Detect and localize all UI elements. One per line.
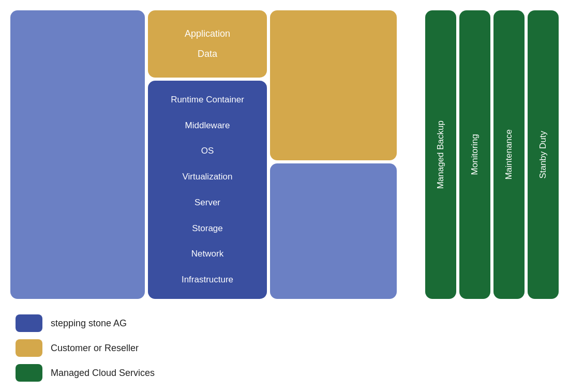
legend-swatch-blue — [16, 314, 42, 332]
col-stack-2: Application Data Runtime Container Middl… — [148, 10, 267, 299]
runtime-container-label: Runtime Container — [153, 95, 262, 105]
legend-swatch-green — [16, 364, 42, 382]
gap-spacer — [400, 10, 422, 299]
managed-backup-label: Managed Backup — [436, 120, 446, 189]
yellow-large-block — [270, 10, 397, 160]
diagram-area: Application Data Runtime Container Middl… — [10, 10, 559, 299]
blue-tall-block: Runtime Container Middleware OS Virtuali… — [148, 81, 267, 299]
yellow-top-block: Application Data — [148, 10, 267, 78]
legend: stepping stone AG Customer or Reseller M… — [16, 314, 155, 382]
managed-backup-col: Managed Backup — [425, 10, 456, 299]
maintenance-col: Maintenance — [493, 10, 525, 299]
legend-swatch-yellow — [16, 339, 42, 357]
col-stack-3 — [270, 10, 397, 299]
stanby-duty-col: Stanby Duty — [528, 10, 559, 299]
data-label: Data — [198, 49, 217, 59]
blue-bottom-block — [270, 163, 397, 299]
monitoring-label: Monitoring — [470, 134, 480, 175]
infrastructure-label: Infrastructure — [153, 275, 262, 285]
legend-item-green: Managed Cloud Services — [16, 364, 155, 382]
blue-full-block — [10, 10, 145, 299]
middleware-label: Middleware — [153, 120, 262, 131]
os-label: OS — [153, 146, 262, 156]
virtualization-label: Virtualization — [153, 172, 262, 182]
legend-label-yellow: Customer or Reseller — [51, 343, 139, 354]
network-label: Network — [153, 249, 262, 259]
legend-label-blue: stepping stone AG — [51, 318, 127, 329]
legend-item-blue: stepping stone AG — [16, 314, 155, 332]
application-label: Application — [185, 28, 230, 39]
storage-label: Storage — [153, 223, 262, 234]
server-label: Server — [153, 198, 262, 208]
stanby-duty-label: Stanby Duty — [538, 131, 548, 179]
maintenance-label: Maintenance — [504, 129, 514, 179]
legend-label-green: Managed Cloud Services — [51, 368, 155, 379]
monitoring-col: Monitoring — [459, 10, 490, 299]
legend-item-yellow: Customer or Reseller — [16, 339, 155, 357]
